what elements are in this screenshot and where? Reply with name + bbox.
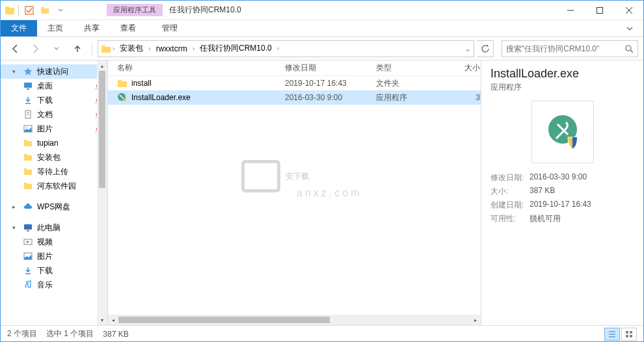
status-selected: 选中 1 个项目 [46,328,94,339]
music-icon [23,280,33,290]
qat-dropdown[interactable] [53,3,68,18]
detail-type: 应用程序 [490,82,634,93]
svg-rect-1 [5,7,9,9]
svg-line-12 [630,50,633,53]
maximize-button[interactable] [585,1,614,20]
file-list-area: 名称 修改日期 类型 大小 install2019-10-17 16:43文件夹… [108,60,481,325]
tab-home[interactable]: 主页 [37,20,74,36]
svg-rect-31 [27,230,29,231]
nav-documents[interactable]: 文档 📌 [1,107,107,122]
chevron-right-icon[interactable]: › [277,45,279,52]
refresh-button[interactable] [477,40,494,57]
titlebar: 应用程序工具 任我行协同CRM10.0 [1,1,643,20]
svg-rect-28 [24,184,32,189]
chevron-right-icon[interactable]: › [113,45,114,52]
svg-rect-36 [118,81,127,87]
nav-desktop[interactable]: 桌面 📌 [1,79,107,93]
file-name: InstallLoader.exe [131,93,191,102]
svg-rect-10 [101,46,105,47]
back-button[interactable] [6,40,24,58]
nav-label: 河东软件园 [37,181,76,192]
search-box[interactable] [502,40,638,57]
horizontal-scrollbar[interactable]: ◂ ▸ [108,315,481,325]
scroll-left-icon[interactable]: ◂ [108,315,118,325]
prop-label: 大小: [490,186,530,197]
qat-checkbox[interactable] [22,3,36,18]
download-icon [23,265,33,276]
search-input[interactable] [506,44,624,53]
nav-videos[interactable]: 视频 [1,235,107,249]
scroll-thumb[interactable] [99,71,105,188]
svg-rect-46 [630,335,632,337]
nav-label: 视频 [37,237,53,248]
nav-pictures2[interactable]: 图片 [1,249,107,263]
scroll-right-icon[interactable]: ▸ [470,315,481,325]
up-button[interactable] [68,40,87,58]
nav-label: 安装包 [37,152,60,163]
nav-pictures[interactable]: 图片 📌 [1,122,107,136]
breadcrumb-item-2[interactable]: 任我行协同CRM10.0 [196,42,276,55]
svg-rect-43 [626,331,628,334]
file-size: 3 [441,93,480,102]
nav-wps[interactable]: ▸ WPS网盘 [1,200,107,214]
nav-music[interactable]: 音乐 [1,278,107,292]
chevron-down-icon[interactable]: ▾ [12,224,19,231]
details-view-button[interactable] [604,328,620,341]
minimize-button[interactable] [556,1,585,20]
nav-scrollbar[interactable]: ▴ ▾ [97,60,107,325]
search-icon[interactable] [624,44,634,53]
desktop-icon [23,81,33,91]
download-icon [23,95,33,105]
details-pane: InstallLoader.exe 应用程序 修改日期:2016-03-30 9… [481,60,643,325]
breadcrumb[interactable]: › 安装包 › rwxxtcrm › 任我行协同CRM10.0 › ⌄ [98,40,474,57]
nav-downloads2[interactable]: 下载 [1,263,107,278]
file-date: 2016-03-30 9:00 [285,93,376,102]
chevron-right-icon[interactable]: › [193,45,195,52]
tab-manage[interactable]: 管理 [152,20,188,36]
svg-rect-24 [24,155,32,161]
svg-rect-2 [25,7,33,14]
view-switcher [604,328,637,341]
nav-label: 图片 [37,251,53,262]
close-button[interactable] [614,1,643,20]
nav-hedong[interactable]: 河东软件园 [1,179,107,193]
ribbon-expand-button[interactable] [616,20,643,36]
breadcrumb-dropdown[interactable]: ⌄ [464,44,471,53]
forward-button[interactable] [27,40,45,58]
tab-view[interactable]: 查看 [110,20,146,36]
nav-install-pkg[interactable]: 安装包 [1,150,107,164]
svg-rect-37 [118,80,122,82]
svg-rect-44 [630,331,632,334]
nav-downloads[interactable]: 下载 📌 [1,93,107,107]
nav-wait-upload[interactable]: 等待上传 [1,164,107,179]
column-name[interactable]: 名称 [117,62,285,73]
column-size[interactable]: 大小 [441,62,480,73]
breadcrumb-item-0[interactable]: 安装包 [116,42,147,55]
file-row[interactable]: InstallLoader.exe2016-03-30 9:00应用程序3 [108,90,481,105]
nav-quick-access[interactable]: ▾ 快速访问 [1,64,107,79]
file-date: 2019-10-17 16:43 [285,79,376,88]
chevron-right-icon[interactable]: ▸ [12,204,19,210]
nav-this-pc[interactable]: ▾ 此电脑 [1,220,107,235]
chevron-down-icon[interactable]: ▾ [12,68,19,75]
app-wrench-shield-icon [543,112,582,151]
tab-file[interactable]: 文件 [1,20,37,36]
nav-label: 等待上传 [37,166,68,178]
svg-marker-13 [24,68,32,75]
column-type[interactable]: 类型 [376,62,441,73]
file-row[interactable]: install2019-10-17 16:43文件夹 [108,76,481,90]
tab-share[interactable]: 共享 [74,20,110,36]
folder-icon [23,166,33,177]
nav-tupian[interactable]: tupian [1,136,107,150]
breadcrumb-item-1[interactable]: rwxxtcrm [152,43,191,55]
nav-label: 下载 [37,95,53,106]
scroll-up-icon[interactable]: ▴ [97,60,107,71]
recent-dropdown[interactable] [47,40,66,58]
qat-folder[interactable] [38,3,52,18]
scroll-down-icon[interactable]: ▾ [97,315,107,325]
scroll-thumb[interactable] [118,317,330,323]
folder-icon [23,138,33,148]
column-date[interactable]: 修改日期 [285,62,376,73]
icons-view-button[interactable] [621,328,637,341]
chevron-right-icon[interactable]: › [148,45,150,52]
